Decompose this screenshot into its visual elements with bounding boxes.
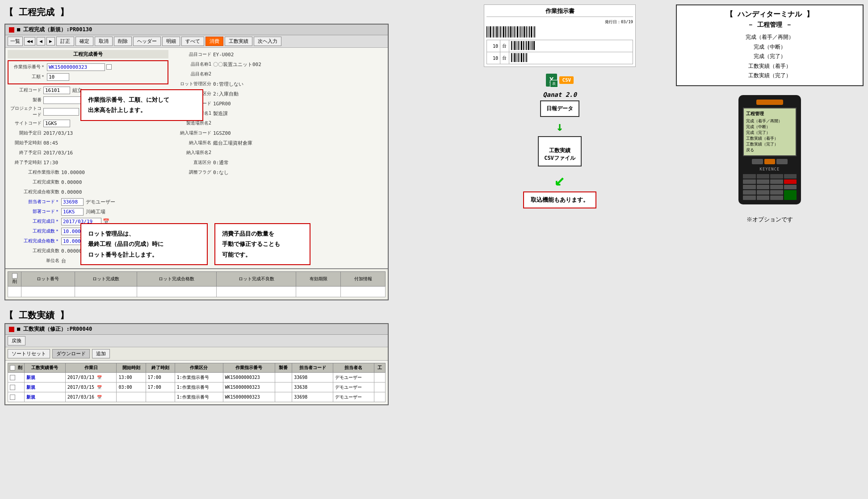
- col-date: 作業日: [65, 363, 117, 373]
- kosuu-filter-bar: ソートリセット ダウンロード 追加: [5, 347, 388, 361]
- row1-check[interactable]: [10, 375, 15, 380]
- dept-code-input[interactable]: [61, 208, 84, 216]
- row3-entry-type: 新規: [25, 392, 66, 402]
- lot-col-defect: ロット完成不良数: [216, 272, 296, 287]
- col-work-order: 作業指示番号: [223, 363, 275, 373]
- kosuu-title-bar: ■ 工数実績（修正）:PR00040: [5, 324, 388, 335]
- svg-rect-6: [496, 26, 498, 37]
- download-btn[interactable]: ダウンロード: [52, 349, 90, 358]
- routing-value: 0:通常: [213, 159, 229, 166]
- svg-rect-26: [531, 26, 532, 37]
- completion-accepted-qty-input[interactable]: [61, 237, 97, 245]
- svg-rect-43: [511, 53, 512, 62]
- svg-rect-23: [526, 26, 527, 37]
- svg-rect-25: [529, 26, 530, 37]
- lot-col-expiry: 有効期限: [296, 272, 341, 287]
- toolbar-btn-detail[interactable]: 明細: [162, 37, 180, 46]
- person-code-input[interactable]: [61, 198, 84, 206]
- toolbar-btn-list[interactable]: 一覧: [8, 37, 23, 46]
- work-order-input[interactable]: [47, 63, 105, 71]
- device-screen: 工程管理 完成（着手／再開） 完成（中断） 完成（完了） 工数実績（着手） 工数…: [743, 108, 797, 156]
- key-5: [757, 185, 770, 189]
- svg-rect-28: [534, 26, 535, 37]
- key-8: [757, 179, 770, 184]
- row2-check[interactable]: [10, 385, 15, 390]
- project-code-input[interactable]: [43, 108, 79, 116]
- doc-title: 作業指示書: [486, 7, 633, 17]
- toolbar-btn-all[interactable]: すべて: [181, 37, 204, 46]
- toolbar-btn-work-record[interactable]: 工数実績: [225, 37, 252, 46]
- toolbar-btn-next-input[interactable]: 次ヘ入力: [254, 37, 281, 46]
- svg-rect-8: [500, 26, 501, 37]
- svg-rect-44: [513, 53, 513, 62]
- sort-reset-btn[interactable]: ソートリセット: [8, 349, 50, 358]
- section-header-completion: 【 工程完成 】: [4, 4, 444, 20]
- toolbar-btn-confirm[interactable]: 確定: [75, 37, 93, 46]
- device-mockup: 工程管理 完成（着手／再開） 完成（中断） 完成（完了） 工数実績（着手） 工数…: [738, 95, 801, 204]
- big-arrow-icon: ↙: [554, 169, 565, 189]
- barcode2-svg: [511, 41, 556, 50]
- completion-date-label: 工程完成日＊: [8, 218, 61, 225]
- svg-rect-12: [507, 26, 507, 37]
- delivery-code-label: 納入場所コード: [173, 130, 213, 136]
- svg-rect-17: [516, 26, 516, 37]
- site-code-input[interactable]: [43, 120, 70, 127]
- adjust-label: 調整フラグ: [173, 169, 213, 175]
- toolbar-btn-header[interactable]: ヘッダー: [133, 37, 161, 46]
- toolbar-btn-consume[interactable]: 消費: [205, 37, 223, 46]
- col-extra: 工: [374, 363, 385, 373]
- calendar-icon[interactable]: 📅: [103, 218, 109, 225]
- toolbar-btn-prev[interactable]: ◀: [37, 37, 45, 46]
- right-panel: 【 ハンディターミナル 】 － 工程管理 － 完成（着手／再開） 完成（中断） …: [676, 4, 864, 495]
- svg-rect-3: [492, 26, 492, 37]
- item-name1-label: 品目名称1: [173, 61, 213, 67]
- svg-rect-20: [520, 26, 521, 37]
- lot-col-extra: 付加情報: [341, 272, 386, 287]
- completion-qty-input[interactable]: [61, 228, 97, 235]
- process-seq-input[interactable]: [47, 73, 69, 81]
- toolbar-btn-cancel[interactable]: 取消: [95, 37, 113, 46]
- svg-rect-42: [533, 41, 535, 50]
- lot-del-check[interactable]: [12, 273, 17, 279]
- col-end: 終了時刻: [146, 363, 175, 373]
- svg-rect-39: [528, 41, 529, 50]
- stock-input-value: 2:入庫自動: [213, 91, 239, 97]
- add-btn[interactable]: 追加: [92, 349, 110, 358]
- toolbar-btn-first[interactable]: ◀◀: [24, 37, 35, 46]
- row3-check[interactable]: [10, 395, 15, 400]
- end-date-label: 終了予定日: [8, 150, 43, 156]
- item-code-value: EY-U002: [213, 52, 234, 58]
- mfg-dept1-value: 製造課: [213, 110, 228, 117]
- col-person-name: 担当者名: [333, 363, 374, 373]
- key-2: [764, 159, 776, 164]
- work-order-label: 作業指示番号＊: [11, 64, 47, 70]
- work-order-document: 作業指示書 発行日：03/19: [484, 4, 636, 67]
- svg-rect-52: [526, 53, 527, 62]
- handy-terminal-box: 【 ハンディターミナル 】 － 工程管理 － 完成（着手／再開） 完成（中断） …: [676, 4, 864, 86]
- product-label: 製番: [8, 97, 43, 103]
- svg-rect-7: [499, 26, 499, 37]
- red-square-icon2: [9, 327, 14, 332]
- toolbar-btn-next[interactable]: ▶: [46, 37, 55, 46]
- completion-date-input[interactable]: [61, 218, 101, 225]
- toolbar: 一覧 ◀◀ ◀ ▶ 訂正 確定 取消 削除 ヘッダー 明細 すべて 消費 工数実…: [5, 35, 388, 48]
- product-input[interactable]: [43, 96, 101, 104]
- process-code-name: 組立: [72, 87, 82, 94]
- key-f4: [784, 174, 797, 179]
- device-menu-item-2: 完成（中断）: [746, 124, 793, 130]
- kosuu-back-btn[interactable]: 戻換: [8, 336, 25, 345]
- process-code-input[interactable]: [43, 87, 70, 94]
- start-date-label: 開始予定日: [8, 130, 43, 136]
- key-bs: [784, 185, 797, 189]
- col-start: 開始時刻: [117, 363, 146, 373]
- row2-entry-type: 新規: [25, 383, 66, 392]
- start-time-label: 開始予定時刻: [8, 140, 43, 146]
- red-square-icon: [9, 27, 14, 33]
- svg-rect-13: [508, 26, 509, 37]
- work-order-check[interactable]: [106, 64, 112, 70]
- del-all-check[interactable]: [10, 365, 15, 370]
- toolbar-btn-edit[interactable]: 訂正: [56, 37, 74, 46]
- completion-accepted-qty-label: 工程完成合格数＊: [8, 238, 61, 244]
- key-f3: [770, 174, 783, 179]
- toolbar-btn-delete[interactable]: 削除: [114, 37, 132, 46]
